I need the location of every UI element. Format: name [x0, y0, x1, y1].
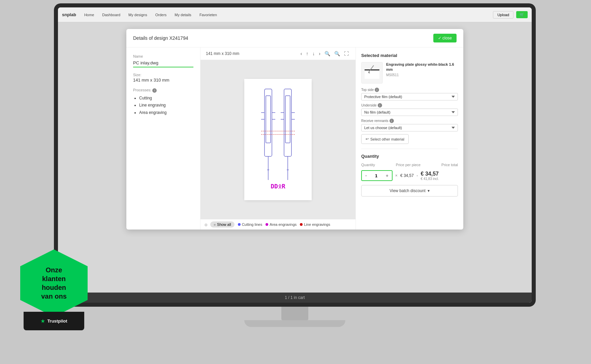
nav-favorieten[interactable]: Favorieten [197, 11, 220, 18]
canvas-bottom-bar: ◎ ○ Show all Cutting lines [200, 219, 355, 230]
circle-icon: ○ [214, 223, 216, 226]
nav-orders[interactable]: Orders [153, 11, 169, 18]
svg-rect-23 [365, 69, 379, 79]
select-other-material-button[interactable]: ↩ Select other material [361, 134, 409, 144]
right-panel: Selected material [355, 48, 463, 230]
canvas-toolbar-actions: ‹ ↑ ↓ › 🔍 🔍 ⛶ [299, 50, 350, 57]
monitor-screen: snplab Home Dashboard My designs Orders … [58, 7, 532, 303]
trustpilot-line2: klanten [41, 274, 67, 283]
design-preview: DDᛟR [244, 79, 312, 200]
top-side-label: Top side i [361, 88, 458, 92]
top-side-option: Top side i Protective film (default)No f… [361, 88, 458, 100]
modal-header: Details of design X241794 ✓ close [126, 29, 463, 48]
material-name: Engraving plate glossy white-black 1.6 m… [386, 62, 458, 72]
upload-button[interactable]: Upload [493, 11, 514, 19]
canvas-area: DDᛟR [200, 60, 355, 219]
col-price-total: Price total [441, 163, 458, 167]
quantity-input[interactable] [370, 173, 382, 178]
col-price-per: Price per piece [396, 163, 421, 167]
show-all-button[interactable]: ○ Show all [210, 221, 235, 228]
hex-dark: ★ Trustpilot [24, 312, 84, 330]
price-total-container: € 34,57 € 41,83 incl. [421, 171, 439, 181]
stand-base [244, 320, 345, 327]
modal-body: Name PC inlay.dwg Size: 141 mm x 310 mm … [126, 48, 463, 230]
up-button[interactable]: ↑ [305, 50, 310, 57]
quantity-title: Quantity [361, 154, 458, 159]
process-cutting: Cutting [139, 95, 193, 102]
monitor: snplab Home Dashboard My designs Orders … [54, 3, 536, 307]
file-name: PC inlay.dwg [133, 60, 193, 67]
quantity-input-group: - + [361, 170, 393, 181]
design-modal: Details of design X241794 ✓ close Name P… [126, 29, 463, 230]
browser-bar: snplab Home Dashboard My designs Orders … [58, 7, 532, 22]
processes-list: Cutting Line engraving Area engraving [133, 95, 193, 117]
processes-label: Processes: i [133, 88, 193, 93]
dash-symbol: - [416, 173, 418, 178]
svg-text:DDᛟR: DDᛟR [271, 183, 285, 190]
trustpilot-line1: Onze [41, 266, 67, 274]
remnants-select[interactable]: Let us choose (default)Keep allDiscard a… [361, 124, 458, 131]
canvas-toolbar: 141 mm x 310 mm ‹ ↑ ↓ › 🔍 🔍 ⛶ [200, 48, 355, 60]
price-incl: € 41,83 incl. [421, 177, 439, 181]
svg-rect-0 [244, 79, 312, 200]
close-button[interactable]: ✓ close [433, 34, 457, 42]
nav-my-details[interactable]: My details [172, 11, 194, 18]
monitor-stand [54, 307, 536, 327]
modal-overlay: Details of design X241794 ✓ close Name P… [58, 22, 532, 303]
modal-title: Details of design X241794 [133, 35, 188, 41]
underside-option: Underside i No film (default)Protective … [361, 103, 458, 116]
zoom-in-button[interactable]: 🔍 [323, 50, 332, 57]
remnants-option: Receive remnants i Let us choose (defaul… [361, 119, 458, 131]
chevron-down-icon: ▾ [428, 188, 430, 193]
area-legend: Area engravings [266, 222, 297, 226]
selected-material-title: Selected material [361, 53, 458, 58]
quantity-header: Quantity Price per piece Price total [361, 163, 458, 167]
size-value: 141 mm x 310 mm [133, 78, 193, 83]
left-panel: Name PC inlay.dwg Size: 141 mm x 310 mm … [126, 48, 200, 230]
underside-label: Underside i [361, 103, 458, 108]
material-img-svg [362, 63, 382, 83]
trustpilot-badge: Onze klanten houden van ons ★ Trustpilot [20, 249, 88, 330]
nav-dashboard[interactable]: Dashboard [99, 11, 123, 18]
camera-icon: ◎ [205, 223, 208, 226]
process-area-engraving: Area engraving [139, 109, 193, 117]
line-legend: Line engravings [300, 222, 330, 226]
remnants-info-icon[interactable]: i [390, 119, 394, 123]
name-label: Name [133, 54, 193, 58]
trustpilot-star: ★ [40, 318, 45, 324]
cart-icon[interactable]: 🛒 [516, 11, 528, 18]
top-side-select[interactable]: Protective film (default)No filmCustom f… [361, 93, 458, 100]
fullscreen-button[interactable]: ⛶ [343, 50, 350, 57]
trustpilot-line4: van ons [41, 292, 67, 301]
multiply-symbol: × [395, 173, 398, 178]
quantity-decrease-button[interactable]: - [362, 171, 370, 180]
hex-text: Onze klanten houden van ons [34, 266, 73, 301]
price-total: € 34,57 [421, 171, 439, 177]
zoom-out-button[interactable]: 🔍 [333, 50, 341, 57]
cutting-dot [238, 223, 241, 226]
area-dot [266, 223, 268, 226]
process-line-engraving: Line engraving [139, 102, 193, 109]
next-button[interactable]: › [317, 50, 322, 57]
cutting-legend: Cutting lines [238, 222, 262, 226]
cart-info-bar: 1 / 1 in cart [58, 293, 532, 303]
nav-home[interactable]: Home [82, 11, 97, 18]
processes-info-icon[interactable]: i [152, 88, 157, 93]
quantity-section: Quantity Quantity Price per piece Price … [361, 154, 458, 196]
top-side-info-icon[interactable]: i [375, 88, 379, 92]
prev-button[interactable]: ‹ [299, 50, 304, 57]
down-button[interactable]: ↓ [311, 50, 316, 57]
divider [361, 149, 458, 149]
material-info: Engraving plate glossy white-black 1.6 m… [386, 62, 458, 84]
nav-my-designs[interactable]: My designs [126, 11, 150, 18]
quantity-row: - + × € 34,57 - € 34,57 € 41,83 incl. [361, 170, 458, 181]
underside-select[interactable]: No film (default)Protective filmCustom f… [361, 109, 458, 116]
underside-info-icon[interactable]: i [378, 103, 382, 108]
quantity-increase-button[interactable]: + [382, 171, 392, 180]
material-image [361, 62, 383, 84]
line-dot [300, 223, 303, 226]
material-code: MS0511 [386, 73, 458, 77]
canvas-dimensions: 141 mm x 310 mm [206, 51, 239, 56]
remnants-label: Receive remnants i [361, 119, 458, 123]
batch-discount-button[interactable]: View batch discount ▾ [361, 185, 458, 196]
